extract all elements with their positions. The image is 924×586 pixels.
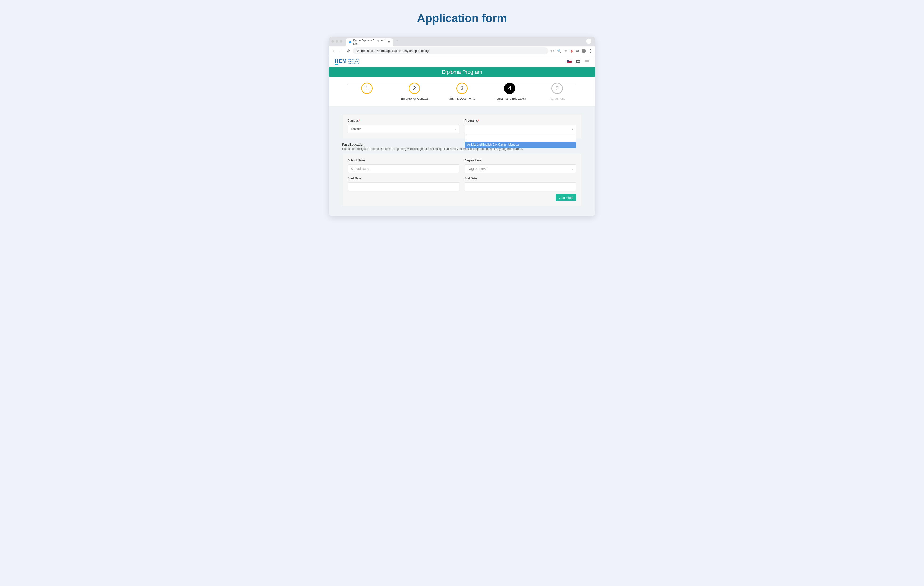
tab-title: Demo Diploma Program | Den bbox=[353, 39, 386, 45]
address-bar: ← → ⟳ ⚙ hemsp.com/demo/applications/day-… bbox=[329, 46, 595, 56]
school-name-input[interactable] bbox=[348, 164, 459, 173]
step-5: 5 Agreement bbox=[533, 83, 581, 100]
step-circle: 1 bbox=[361, 83, 373, 94]
browser-window: 🔷 Demo Diploma Program | Den × + ⌄ ← → ⟳… bbox=[329, 36, 595, 216]
campus-select[interactable]: Toronto ⌄ bbox=[348, 125, 459, 133]
logo-subtext: EDUCATION MARKETING SOLUTIONS bbox=[348, 59, 359, 64]
step-label: Submit Documents bbox=[449, 97, 475, 100]
reload-button[interactable]: ⟳ bbox=[346, 48, 351, 53]
step-2[interactable]: 2 Emergency Contact bbox=[391, 83, 438, 100]
flag-icon[interactable] bbox=[568, 60, 572, 63]
step-label: Agreement bbox=[549, 97, 565, 100]
step-label: Emergency Contact bbox=[401, 97, 428, 100]
stepper: 1 2 Emergency Contact 3 Submit Documents… bbox=[329, 77, 595, 100]
school-name-label: School Name bbox=[348, 159, 459, 162]
chevron-down-icon: ⌄ bbox=[571, 167, 573, 171]
step-circle: 4 bbox=[504, 83, 515, 94]
campus-value: Toronto bbox=[351, 127, 362, 131]
start-date-input[interactable] bbox=[348, 182, 459, 191]
close-icon[interactable]: × bbox=[388, 40, 390, 44]
forward-button[interactable]: → bbox=[339, 49, 343, 53]
degree-level-label: Degree Level bbox=[465, 159, 576, 162]
logo-text: HEM bbox=[335, 58, 347, 65]
window-controls bbox=[331, 40, 342, 43]
url-field[interactable]: ⚙ hemsp.com/demo/applications/day-camp-b… bbox=[353, 47, 548, 55]
program-banner: Diploma Program bbox=[329, 67, 595, 77]
programs-label: Programs* bbox=[465, 119, 576, 122]
chevron-up-icon: ▴ bbox=[572, 127, 573, 131]
end-date-label: End Date bbox=[465, 177, 576, 180]
app-header: HEM EDUCATION MARKETING SOLUTIONS ••• bbox=[329, 56, 595, 67]
step-circle: 3 bbox=[456, 83, 468, 94]
hamburger-icon[interactable] bbox=[585, 60, 589, 63]
profile-avatar[interactable] bbox=[582, 49, 586, 53]
traffic-light-close[interactable] bbox=[331, 40, 334, 43]
fingerprint-icon[interactable]: ◉ bbox=[570, 49, 573, 53]
browser-tab-strip: 🔷 Demo Diploma Program | Den × + ⌄ bbox=[329, 36, 595, 46]
add-more-button[interactable]: Add more bbox=[556, 194, 576, 202]
key-icon[interactable]: ⊶ bbox=[551, 49, 554, 53]
degree-level-select[interactable]: Degree Level ⌄ bbox=[465, 164, 576, 173]
chevron-down-icon: ⌄ bbox=[454, 127, 456, 131]
site-settings-icon[interactable]: ⚙ bbox=[356, 49, 359, 53]
programs-dropdown: Activity and English Day Camp - Montreal bbox=[465, 132, 576, 148]
programs-option[interactable]: Activity and English Day Camp - Montreal bbox=[465, 142, 576, 148]
browser-tab[interactable]: 🔷 Demo Diploma Program | Den × bbox=[346, 38, 393, 46]
page-heading: Application form bbox=[0, 12, 924, 25]
degree-placeholder: Degree Level bbox=[468, 167, 487, 171]
traffic-light-min[interactable] bbox=[335, 40, 338, 43]
tabs-overflow-button[interactable]: ⌄ bbox=[586, 39, 591, 44]
url-text: hemsp.com/demo/applications/day-camp-boo… bbox=[361, 49, 429, 53]
step-circle: 5 bbox=[551, 83, 563, 94]
programs-search-input[interactable] bbox=[466, 134, 575, 140]
form-area: Campus* Toronto ⌄ Programs* ▴ bbox=[329, 106, 595, 216]
programs-select[interactable]: ▴ bbox=[465, 125, 576, 133]
end-date-input[interactable] bbox=[465, 182, 576, 191]
zoom-icon[interactable]: 🔍 bbox=[557, 49, 562, 53]
step-circle: 2 bbox=[409, 83, 420, 94]
app-logo[interactable]: HEM EDUCATION MARKETING SOLUTIONS bbox=[335, 58, 359, 65]
campus-programs-panel: Campus* Toronto ⌄ Programs* ▴ bbox=[342, 114, 582, 138]
step-4[interactable]: 4 Program and Education bbox=[486, 83, 533, 100]
star-icon[interactable]: ☆ bbox=[564, 49, 568, 53]
start-date-label: Start Date bbox=[348, 177, 459, 180]
tab-favicon: 🔷 bbox=[348, 41, 351, 44]
kebab-menu-icon[interactable]: ⋮ bbox=[589, 49, 592, 53]
new-tab-button[interactable]: + bbox=[396, 36, 398, 46]
traffic-light-max[interactable] bbox=[340, 40, 342, 43]
step-label: Program and Education bbox=[493, 97, 526, 100]
campus-label: Campus* bbox=[348, 119, 459, 122]
extensions-icon[interactable]: ⧉ bbox=[576, 49, 579, 53]
chat-icon[interactable]: ••• bbox=[576, 60, 581, 63]
back-button[interactable]: ← bbox=[332, 49, 337, 53]
step-1[interactable]: 1 bbox=[343, 83, 391, 97]
past-education-panel: School Name Degree Level Degree Level ⌄ … bbox=[342, 154, 582, 207]
step-3[interactable]: 3 Submit Documents bbox=[438, 83, 486, 100]
